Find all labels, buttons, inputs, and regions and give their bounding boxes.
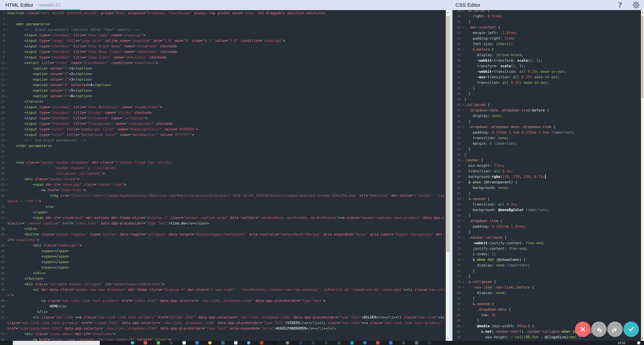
code-line[interactable]: 60▾ & when (@transparent) { xyxy=(452,180,641,185)
code-line[interactable]: 35 </a> xyxy=(0,204,446,210)
taskbar-app-icon[interactable] xyxy=(376,341,380,345)
fold-arrow-icon[interactable]: ▾ xyxy=(5,182,8,187)
code-line[interactable]: 8 <input type="checkbox" title="Show Men… xyxy=(0,49,446,55)
scrollbar-thumb[interactable] xyxy=(446,16,450,252)
fold-arrow-icon[interactable]: ▾ xyxy=(461,301,464,307)
fold-arrow-icon[interactable]: ▾ xyxy=(461,10,464,13)
code-line[interactable]: 48 display: none; xyxy=(452,113,641,119)
css-code-editor[interactable]: 29▾ &::after {30 right: 0.5rem;31 }32▾ .… xyxy=(452,10,641,341)
code-line[interactable]: 44 } xyxy=(452,91,641,97)
fold-arrow-icon[interactable]: ▾ xyxy=(5,160,8,165)
code-line[interactable]: 14▾ <option value="4" selected>4</option… xyxy=(0,82,446,88)
fold-arrow-icon[interactable]: ▾ xyxy=(5,82,8,88)
taskbar-app-icon[interactable] xyxy=(350,341,354,345)
code-line[interactable]: 36▾ &:before { xyxy=(452,47,641,52)
fold-arrow-icon[interactable]: ▾ xyxy=(5,337,8,341)
scrollbar-thumb[interactable] xyxy=(642,16,644,98)
code-line[interactable]: 48▾ <ul mbr-menu class="navbar-nav nav-d… xyxy=(0,287,446,298)
code-line[interactable]: 23 <input type="color" title="Background… xyxy=(0,132,446,138)
taskbar-app-icon[interactable] xyxy=(221,341,224,345)
discard-button[interactable] xyxy=(575,322,590,337)
code-line[interactable]: 58 transition: all 0.3s; xyxy=(452,168,641,174)
code-line[interactable]: 79▾ .nav-item .nav-link::before { xyxy=(452,285,641,290)
code-line[interactable]: 81 } xyxy=(452,296,641,301)
code-line[interactable]: 13▾ <option value="3">3</option> xyxy=(0,77,446,82)
code-line[interactable]: 53 margin: 0 !important; xyxy=(452,141,641,146)
taskbar-app-icon[interactable] xyxy=(338,341,341,345)
code-line[interactable]: 59 background:rgba(239, 239, 239, 0.7); xyxy=(452,174,641,180)
taskbar-app-icon[interactable] xyxy=(144,341,147,345)
code-line[interactable]: 70▾ .navbar-collapse { xyxy=(452,235,641,240)
fold-arrow-icon[interactable]: ▾ xyxy=(5,232,8,237)
code-line[interactable]: 4▾ <!-- Block parameters controls (Blue … xyxy=(0,27,446,32)
code-line[interactable]: 82▾ &.opened { xyxy=(452,301,641,307)
taskbar-app-icon[interactable] xyxy=(196,341,199,345)
fold-arrow-icon[interactable]: ▾ xyxy=(461,329,464,335)
tab-menu02-27[interactable]: menu02-27 xyxy=(36,0,80,10)
help-icon[interactable]: ? xyxy=(616,1,624,9)
code-line[interactable]: 37▾ <span mbr-if="showBrand" mbr-buttons… xyxy=(0,215,446,226)
scroll-up-icon[interactable]: ▲ xyxy=(446,10,450,14)
fold-arrow-icon[interactable]: ▾ xyxy=(5,243,8,248)
code-line[interactable]: 40▾ <div class="hamburger"> xyxy=(0,243,446,248)
code-line[interactable]: 71 -webkit-justify-content: flex-end; xyxy=(452,240,641,246)
fold-arrow-icon[interactable]: ▾ xyxy=(461,157,464,163)
code-line[interactable]: 54▾ <a href="https://www.facebook.com/ti… xyxy=(0,337,446,341)
code-line[interactable]: 19 <input type="checkbox" title="Sticky"… xyxy=(0,110,446,115)
code-line[interactable]: 17 </select> xyxy=(0,99,446,104)
code-line[interactable]: 50 HOME</a> xyxy=(0,304,446,309)
code-line[interactable]: 2 xyxy=(0,16,446,21)
scroll-down-icon[interactable]: ▼ xyxy=(641,337,644,341)
taskbar-app-icon[interactable] xyxy=(170,341,173,345)
code-line[interactable]: 43 <span></span> xyxy=(0,259,446,265)
fold-arrow-icon[interactable]: ▾ xyxy=(461,108,464,113)
code-line[interactable]: 18 <input type="checkbox" title="Show Bu… xyxy=(0,104,446,110)
code-line[interactable]: 67▾ .dropdown-item { xyxy=(452,218,641,224)
code-line[interactable]: 45} xyxy=(452,97,641,102)
fold-arrow-icon[interactable]: ▾ xyxy=(5,93,8,99)
apply-button[interactable] xyxy=(623,322,639,337)
code-line[interactable]: 7 <input type="checkbox" title="Show Bra… xyxy=(0,43,446,49)
scroll-up-icon[interactable]: ▲ xyxy=(641,10,644,14)
fold-arrow-icon[interactable]: ▾ xyxy=(5,10,8,16)
fold-arrow-icon[interactable]: ▾ xyxy=(461,196,464,202)
code-line[interactable]: 76 } xyxy=(452,268,641,274)
code-line[interactable]: 34 <img src="file:///C:/Users/jaege/AppD… xyxy=(0,193,446,204)
code-line[interactable]: 38 -webkit-transform: scale(1, 1); xyxy=(452,58,641,63)
code-line[interactable]: 72 justify-content: flex-end; xyxy=(452,246,641,252)
code-line[interactable]: 49 } xyxy=(452,119,641,124)
code-line[interactable]: 24▾ <!-- End block parameters --> xyxy=(0,138,446,143)
taskbar-app-icon[interactable] xyxy=(363,341,366,345)
fold-arrow-icon[interactable]: ▾ xyxy=(461,235,464,240)
code-line[interactable]: 68 padding: 0.235rem 1.5rem; xyxy=(452,224,641,229)
code-line[interactable]: 55} xyxy=(452,152,641,157)
code-line[interactable]: 61 background: none; xyxy=(452,185,641,191)
code-line[interactable]: 52▾ <li class="nav-item"><a class="nav-l… xyxy=(0,315,446,331)
code-line[interactable]: 30 'collapsed':collapsed}"> xyxy=(0,171,446,176)
code-line[interactable]: 42 <span></span> xyxy=(0,254,446,259)
fold-arrow-icon[interactable]: ▾ xyxy=(5,60,8,66)
code-line[interactable]: 49▾ <a class="nav-link link text-primary… xyxy=(0,298,446,304)
redo-button[interactable] xyxy=(607,322,623,337)
fold-arrow-icon[interactable]: ▾ xyxy=(461,102,464,108)
code-line[interactable]: 42 transition: all 0.25s ease-in-out; xyxy=(452,80,641,85)
fold-arrow-icon[interactable]: ▾ xyxy=(5,315,8,320)
code-line[interactable]: 39▾ <button class="navbar-toggler" type=… xyxy=(0,232,446,243)
code-line[interactable]: 66 } xyxy=(452,213,641,218)
taskbar-app-icon[interactable] xyxy=(299,341,302,345)
code-line[interactable]: 6 <input type="range" title="Logo Size" … xyxy=(0,38,446,43)
code-line[interactable]: 29▾ &::after { xyxy=(452,10,641,13)
fold-arrow-icon[interactable]: ▾ xyxy=(5,66,8,71)
code-line[interactable]: 33▾ <a href="index.html"> xyxy=(0,187,446,193)
code-line[interactable]: 73 z-index: 1; xyxy=(452,252,641,257)
taskbar-app-icon[interactable] xyxy=(208,341,212,345)
taskbar-app-icon[interactable] xyxy=(182,341,186,345)
fold-arrow-icon[interactable]: ▾ xyxy=(5,138,8,143)
code-line[interactable]: 74▾ & when not (@showItems) { xyxy=(452,257,641,263)
taskbar-app-icon[interactable] xyxy=(389,341,392,345)
code-line[interactable]: 39 transform: scale(1, 1); xyxy=(452,63,641,69)
taskbar-app-icon[interactable] xyxy=(324,341,328,345)
fold-arrow-icon[interactable]: ▾ xyxy=(461,257,464,263)
code-line[interactable]: 37 display: inline-block; xyxy=(452,52,641,58)
fold-arrow-icon[interactable]: ▾ xyxy=(5,187,8,193)
